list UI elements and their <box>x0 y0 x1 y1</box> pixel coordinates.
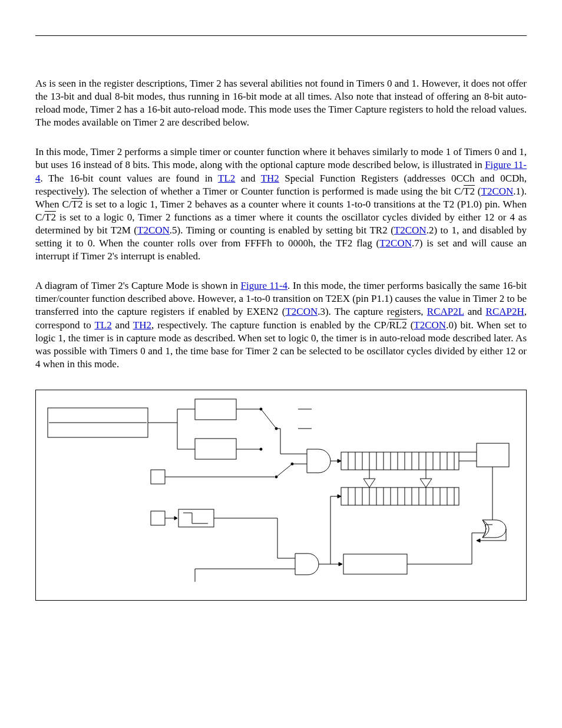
t2con-link[interactable]: T2CON <box>285 306 318 317</box>
tl2-link[interactable]: TL2 <box>218 173 235 184</box>
svg-line-24 <box>276 464 292 477</box>
body-text: .5). Timing or counting is enabled by se… <box>170 225 394 236</box>
body-text: and <box>112 319 133 331</box>
body-text: ( <box>407 319 414 331</box>
body-text: A diagram of Timer 2's Capture Mode is s… <box>35 280 241 291</box>
svg-point-12 <box>260 448 262 450</box>
svg-rect-28 <box>341 452 459 470</box>
paragraph-16bit-mode: In this mode, Timer 2 performs a simple … <box>35 146 527 263</box>
paragraph-capture-mode: A diagram of Timer 2's Capture Mode is s… <box>35 279 527 371</box>
tl2-link[interactable]: TL2 <box>94 319 111 331</box>
th2-link[interactable]: TH2 <box>261 173 279 184</box>
svg-marker-45 <box>363 479 375 487</box>
svg-rect-8 <box>195 439 236 459</box>
svg-marker-79 <box>174 516 177 520</box>
svg-marker-72 <box>477 539 480 542</box>
body-text: . The 16-bit count values are found in <box>41 173 219 184</box>
svg-rect-7 <box>195 399 236 420</box>
diagram-svg <box>42 396 519 597</box>
t2con-link[interactable]: T2CON <box>379 238 412 249</box>
svg-rect-77 <box>151 511 165 525</box>
overline-rl2: RL2 <box>389 319 406 331</box>
body-text: .3). The capture registers, <box>318 306 427 317</box>
svg-rect-66 <box>477 443 509 467</box>
overline-t2: T2 <box>72 199 83 210</box>
svg-rect-88 <box>343 554 407 574</box>
timer2-capture-diagram <box>35 390 527 601</box>
page: As is seen in the register descriptions,… <box>0 0 562 624</box>
t2con-link[interactable]: T2CON <box>414 319 446 331</box>
svg-rect-80 <box>178 509 214 527</box>
body-text: and <box>235 173 260 184</box>
svg-marker-27 <box>338 459 341 463</box>
header-rule <box>35 35 527 36</box>
svg-line-14 <box>261 409 276 429</box>
svg-marker-46 <box>420 479 432 487</box>
body-text: ( <box>475 186 481 197</box>
t2con-link[interactable]: T2CON <box>481 186 514 197</box>
overline-t2: T2 <box>464 186 475 197</box>
rcap2l-link[interactable]: RCAP2L <box>427 306 464 317</box>
svg-marker-91 <box>338 495 341 498</box>
figure-11-4-link[interactable]: Figure 11-4 <box>241 280 288 291</box>
svg-rect-20 <box>151 470 165 484</box>
body-text: and <box>464 306 486 317</box>
svg-marker-87 <box>339 562 342 566</box>
body-text: , respectively. The capture function is … <box>151 319 389 331</box>
rcap2h-link[interactable]: RCAP2H <box>486 306 524 317</box>
body-text: As is seen in the register descriptions,… <box>35 78 527 128</box>
paragraph-modes-intro: As is seen in the register descriptions,… <box>35 77 527 129</box>
t2con-link[interactable]: T2CON <box>394 225 427 236</box>
th2-link[interactable]: TH2 <box>133 319 151 331</box>
t2con-link[interactable]: T2CON <box>137 225 170 236</box>
svg-rect-49 <box>341 487 459 505</box>
overline-t2: T2 <box>45 212 56 223</box>
body-text: In this mode, Timer 2 performs a simple … <box>35 146 527 170</box>
